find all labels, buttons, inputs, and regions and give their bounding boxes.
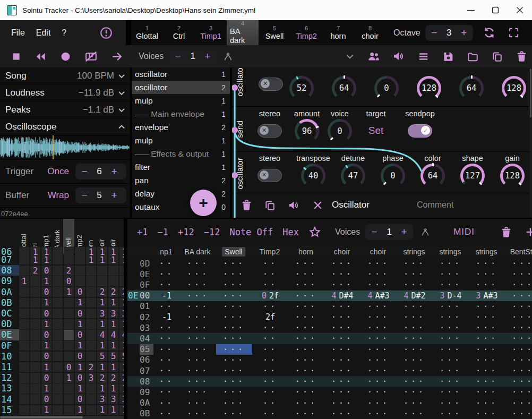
track-header-swell[interactable]: Swell bbox=[216, 245, 252, 258]
note-cell[interactable]: ··· bbox=[180, 322, 216, 333]
note-cell[interactable]: ··· bbox=[397, 355, 433, 365]
note-cell[interactable]: ·· bbox=[252, 376, 288, 387]
note-cell[interactable]: ··· bbox=[397, 408, 433, 419]
note-cell[interactable]: ··· bbox=[397, 269, 433, 279]
note-row-08[interactable]: 08······························· bbox=[127, 376, 532, 387]
order-cell[interactable] bbox=[30, 352, 40, 362]
knob-shape[interactable]: 127 bbox=[460, 164, 485, 188]
order-row-14[interactable]: 1400333 bbox=[0, 394, 124, 405]
note-cell[interactable]: ··· bbox=[288, 312, 324, 322]
track-header-ba-dark[interactable]: BA dark bbox=[179, 245, 216, 258]
order-cell[interactable] bbox=[64, 405, 74, 415]
note-cell[interactable]: ··· bbox=[180, 355, 216, 365]
order-row-0B[interactable]: 0B11111 bbox=[0, 297, 124, 308]
order-cell[interactable] bbox=[19, 352, 29, 362]
note-cell[interactable]: ··· bbox=[361, 279, 397, 290]
order-cell[interactable]: 5 bbox=[119, 352, 124, 362]
order-cell[interactable]: 0 bbox=[75, 352, 85, 362]
order-cell[interactable]: 2 bbox=[119, 373, 124, 383]
note-cell[interactable]: -1 bbox=[153, 290, 180, 301]
order-cell[interactable] bbox=[30, 276, 40, 286]
knob-0[interactable]: 0 bbox=[374, 76, 399, 100]
order-cell[interactable]: 1 bbox=[97, 362, 107, 372]
note-cell[interactable]: ··· bbox=[505, 333, 532, 344]
instrument-tab-glottal[interactable]: 1Glottal bbox=[131, 20, 163, 45]
order-cell[interactable]: 0 bbox=[64, 362, 74, 372]
minimize-button[interactable] bbox=[459, 1, 483, 20]
note-cell[interactable]: ··· bbox=[288, 301, 324, 312]
unit-row-send[interactable]: sendstereo✕amount96voice0targetSetsendpo… bbox=[232, 107, 529, 151]
delete-unit-icon[interactable] bbox=[241, 199, 253, 211]
order-cell[interactable]: 1 bbox=[41, 276, 52, 286]
order-cell[interactable] bbox=[53, 276, 63, 286]
order-cell[interactable] bbox=[30, 383, 40, 394]
note-cell[interactable]: ··· bbox=[505, 344, 532, 355]
collapse-icon[interactable] bbox=[344, 50, 356, 62]
load-instrument-icon[interactable] bbox=[467, 50, 479, 63]
note-cell[interactable]: ··· bbox=[288, 387, 324, 397]
note-toolbar-button-−1[interactable]: −1 bbox=[157, 227, 168, 237]
unit-row-oscillator-1[interactable]: oscillator✕5264012864128 bbox=[232, 67, 529, 106]
order-cell[interactable] bbox=[108, 276, 118, 286]
order-cell[interactable] bbox=[19, 373, 29, 383]
order-cell[interactable]: 0 bbox=[41, 309, 52, 319]
order-cell[interactable]: 1 bbox=[108, 362, 118, 372]
note-cell[interactable]: 3D-4 bbox=[433, 290, 469, 301]
note-input-toggle[interactable] bbox=[84, 50, 98, 63]
note-cell[interactable]: ·· bbox=[153, 269, 180, 279]
note-cell[interactable]: ··· bbox=[505, 365, 532, 376]
pattern-voices-increment-button[interactable]: + bbox=[397, 225, 411, 240]
delete-pattern-icon[interactable] bbox=[500, 226, 512, 238]
order-cell[interactable] bbox=[19, 266, 29, 276]
octave-decrement-button[interactable]: − bbox=[427, 25, 441, 40]
order-cell[interactable] bbox=[97, 276, 107, 286]
order-cell[interactable]: 1 bbox=[75, 298, 85, 308]
note-cell[interactable]: ··· bbox=[433, 258, 469, 269]
note-cell[interactable]: ··· bbox=[433, 376, 469, 387]
note-cell[interactable]: ··· bbox=[397, 333, 433, 344]
note-cell[interactable]: ·· bbox=[252, 301, 288, 312]
note-cell[interactable]: 02f bbox=[252, 290, 288, 301]
note-cell[interactable]: ··· bbox=[324, 301, 361, 312]
note-cell[interactable]: ··· bbox=[469, 387, 505, 397]
order-cell[interactable] bbox=[97, 266, 107, 276]
note-cell[interactable]: ··· bbox=[324, 365, 361, 376]
trigger-decrement-button[interactable]: − bbox=[78, 164, 91, 179]
order-row-11[interactable]: 111012111 bbox=[0, 362, 124, 372]
note-row-04[interactable]: 04······························· bbox=[127, 333, 532, 344]
note-cell[interactable]: ··· bbox=[397, 312, 433, 322]
order-cell[interactable] bbox=[53, 383, 63, 394]
note-cell[interactable]: ·· bbox=[252, 333, 288, 344]
order-cell[interactable] bbox=[64, 255, 74, 265]
note-row-0E[interactable]: 0E······························· bbox=[127, 269, 532, 279]
note-cell[interactable]: ··· bbox=[216, 301, 252, 312]
order-cell[interactable] bbox=[86, 383, 96, 394]
note-cell[interactable]: ··· bbox=[288, 290, 324, 301]
note-cell[interactable]: ··· bbox=[469, 322, 505, 333]
note-cell[interactable]: ··· bbox=[505, 301, 532, 312]
note-cell[interactable]: ··· bbox=[361, 365, 397, 376]
order-cell[interactable]: 4 bbox=[108, 330, 118, 340]
note-cell[interactable]: ··· bbox=[469, 269, 505, 279]
note-cell[interactable]: ·· bbox=[153, 355, 180, 365]
note-cell[interactable]: ··· bbox=[433, 333, 469, 344]
order-cell[interactable] bbox=[64, 383, 74, 394]
order-cell[interactable]: 0 bbox=[41, 394, 52, 404]
recompile-icon[interactable] bbox=[483, 26, 496, 39]
order-cell[interactable] bbox=[86, 287, 96, 297]
note-cell[interactable]: -1 bbox=[153, 312, 180, 322]
send-target-button[interactable]: Set bbox=[368, 125, 384, 136]
knob-128[interactable]: 128 bbox=[417, 76, 441, 100]
order-row-0A[interactable]: 0A010222 bbox=[0, 287, 124, 297]
order-cell[interactable]: 1 bbox=[97, 319, 107, 329]
note-cell[interactable]: ··· bbox=[288, 258, 324, 269]
order-row-09[interactable]: 09110 bbox=[0, 276, 124, 286]
note-cell[interactable]: ··· bbox=[216, 322, 252, 333]
unit-list-item[interactable]: oscillator1 bbox=[132, 67, 230, 81]
order-cell[interactable]: 1 bbox=[119, 383, 124, 394]
order-cell[interactable]: 0 bbox=[41, 266, 52, 276]
note-cell[interactable]: ··· bbox=[216, 290, 252, 301]
voice-split-icon[interactable] bbox=[222, 50, 234, 63]
order-cell[interactable]: 3 bbox=[119, 394, 124, 404]
note-cell[interactable]: ··· bbox=[288, 365, 324, 376]
